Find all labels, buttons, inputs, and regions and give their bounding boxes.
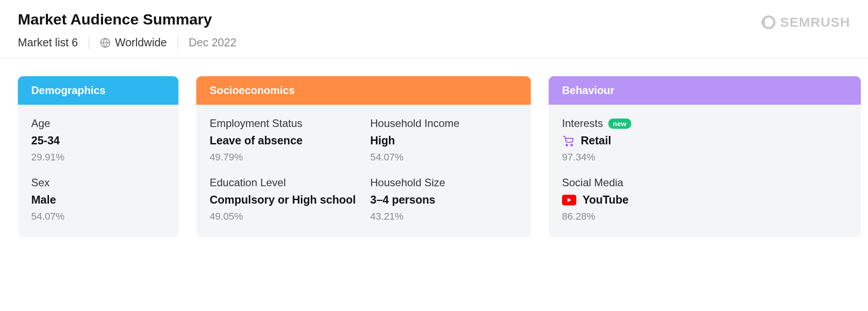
stat-pct-sex: 54.07% [31, 211, 165, 222]
card-header-behaviour: Behaviour [549, 76, 861, 105]
stat-value-age: 25-34 [31, 134, 165, 147]
stat-size: Household Size 3–4 persons 43.21% [370, 176, 517, 222]
card-header-socioeconomics: Socioeconomics [196, 76, 531, 105]
card-socioeconomics: Socioeconomics Employment Status Leave o… [196, 76, 531, 237]
stat-education: Education Level Compulsory or High schoo… [210, 176, 357, 222]
stat-value-sex: Male [31, 193, 165, 206]
socio-col-right: Household Income High 54.07% Household S… [370, 117, 517, 222]
brand-logo: SEMRUSH [758, 11, 850, 31]
stat-pct-income: 54.07% [370, 151, 517, 163]
stat-pct-social: 86.28% [562, 211, 847, 222]
stat-label-interests: Interests new [562, 117, 847, 130]
stat-pct-interests: 97.34% [562, 151, 847, 163]
stat-label-size: Household Size [370, 176, 517, 189]
card-header-demographics: Demographics [18, 76, 178, 105]
interests-value-text: Retail [581, 134, 611, 147]
region-selector[interactable]: Worldwide [100, 36, 167, 49]
stat-value-size: 3–4 persons [370, 193, 517, 206]
stat-social: Social Media YouTube 86.28% [562, 176, 847, 222]
brand-text: SEMRUSH [780, 15, 850, 30]
stat-label-employment: Employment Status [210, 117, 357, 130]
region-label: Worldwide [115, 36, 167, 49]
stat-label-age: Age [31, 117, 165, 130]
stat-value-income: High [370, 134, 517, 147]
stat-employment: Employment Status Leave of absence 49.79… [210, 117, 357, 163]
meta-separator [89, 37, 89, 49]
market-list-label: Market list 6 [18, 36, 78, 49]
youtube-icon [562, 195, 576, 205]
semrush-icon [758, 13, 776, 31]
card-behaviour: Behaviour Interests new Retail [549, 76, 861, 237]
new-badge: new [608, 119, 631, 129]
stat-interests: Interests new Retail 97.34% [562, 117, 847, 163]
cards-container: Demographics Age 25-34 29.91% Sex Male 5… [0, 58, 868, 255]
card-body-socioeconomics: Employment Status Leave of absence 49.79… [196, 105, 531, 237]
page-header: Market Audience Summary Market list 6 Wo… [0, 0, 868, 58]
card-demographics: Demographics Age 25-34 29.91% Sex Male 5… [18, 76, 178, 237]
stat-sex: Sex Male 54.07% [31, 176, 165, 222]
card-body-behaviour: Interests new Retail 97.34% So [549, 105, 861, 237]
stat-label-social: Social Media [562, 176, 847, 189]
stat-income: Household Income High 54.07% [370, 117, 517, 163]
stat-label-education: Education Level [210, 176, 357, 189]
stat-label-income: Household Income [370, 117, 517, 130]
stat-pct-employment: 49.79% [210, 151, 357, 163]
card-body-demographics: Age 25-34 29.91% Sex Male 54.07% [18, 105, 178, 237]
stat-label-sex: Sex [31, 176, 165, 189]
social-value-text: YouTube [583, 193, 628, 206]
svg-point-2 [566, 144, 567, 146]
globe-icon [100, 37, 111, 48]
stat-value-education: Compulsory or High school [210, 193, 357, 206]
cart-icon [562, 135, 575, 147]
date-label: Dec 2022 [189, 36, 236, 49]
meta-separator [178, 37, 178, 49]
meta-row: Market list 6 Worldwide Dec 2022 [18, 36, 236, 49]
interests-label-text: Interests [562, 117, 603, 130]
stat-value-employment: Leave of absence [210, 134, 357, 147]
stat-pct-age: 29.91% [31, 151, 165, 163]
stat-pct-education: 49.05% [210, 211, 357, 222]
stat-value-interests: Retail [562, 134, 847, 147]
header-left: Market Audience Summary Market list 6 Wo… [18, 11, 236, 49]
svg-point-3 [571, 144, 572, 146]
page-title: Market Audience Summary [18, 11, 236, 28]
stat-value-social: YouTube [562, 193, 847, 206]
socio-col-left: Employment Status Leave of absence 49.79… [210, 117, 357, 222]
stat-age: Age 25-34 29.91% [31, 117, 165, 163]
stat-pct-size: 43.21% [370, 211, 517, 222]
